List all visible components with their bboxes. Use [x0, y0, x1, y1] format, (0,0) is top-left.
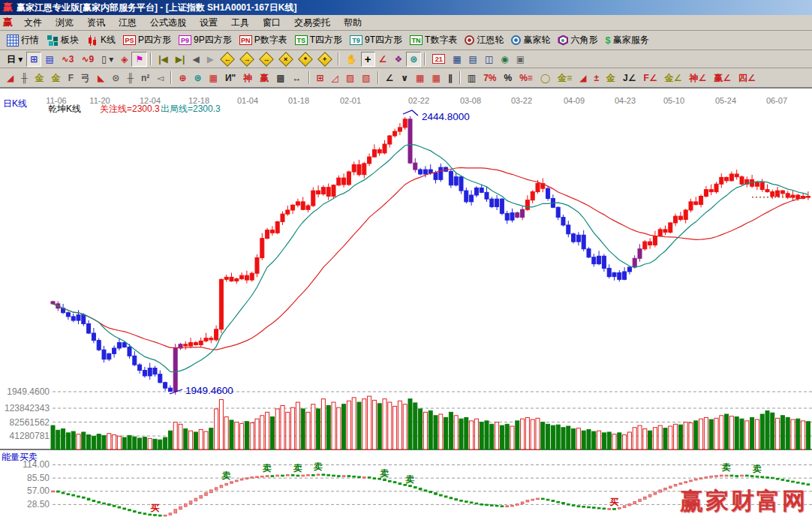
- draw-tool-box-tool[interactable]: ⊞: [313, 71, 328, 86]
- draw-tool-red-grid-1[interactable]: ▦: [412, 71, 428, 86]
- draw-tool-parallel-lines[interactable]: ∥: [444, 71, 456, 86]
- view-tool-calendar[interactable]: 21: [429, 52, 449, 67]
- menu-item-1[interactable]: 浏览: [49, 15, 80, 31]
- draw-tool-target-grid[interactable]: ▦: [206, 71, 221, 86]
- view-tool-shift-left[interactable]: ←: [218, 52, 237, 67]
- view-tool-compress-x[interactable]: ×: [276, 52, 296, 67]
- draw-tool-fib-ruler[interactable]: F: [65, 71, 77, 86]
- toolbar-button-quotes[interactable]: 行情: [3, 33, 43, 48]
- view-tool-window-layout[interactable]: ⊞: [26, 52, 41, 67]
- draw-tool-cycle-clock[interactable]: ⊙: [108, 71, 123, 86]
- view-tool-wave-9[interactable]: ∿9: [78, 52, 98, 67]
- view-tool-print[interactable]: ▣: [513, 52, 528, 67]
- view-tool-world-clock[interactable]: ◉: [497, 52, 512, 67]
- draw-tool-gold-lines[interactable]: 金≡: [554, 71, 576, 86]
- draw-tool-win-angle[interactable]: 赢∠: [710, 71, 735, 86]
- view-tool-zoom-out-x[interactable]: ↔: [257, 52, 276, 67]
- menu-item-7[interactable]: 窗口: [256, 15, 287, 31]
- view-tool-period-day-dropdown[interactable]: 日 ▾: [3, 52, 26, 67]
- view-tool-candle-style-dropdown[interactable]: ▯ ▾: [98, 52, 117, 67]
- draw-tool-updown-tool[interactable]: ±: [591, 71, 603, 86]
- view-tool-angle-measure[interactable]: ∠: [375, 52, 391, 67]
- toolbar-button-p-number-table[interactable]: PNP数字表: [236, 33, 291, 48]
- draw-tool-four-angle[interactable]: 四∠: [735, 71, 759, 86]
- toolbar-button-p-square[interactable]: PSP四方形: [119, 33, 175, 48]
- draw-tool-ink-pen[interactable]: ◢: [576, 71, 590, 86]
- draw-tool-mirror-tool[interactable]: ◅: [153, 71, 167, 86]
- view-tool-wave-3[interactable]: ∿3: [58, 52, 78, 67]
- draw-tool-trend-pen[interactable]: ◢: [3, 71, 17, 86]
- draw-tool-wave-mark[interactable]: И": [221, 71, 239, 86]
- view-tool-calculator[interactable]: ▦: [449, 52, 465, 67]
- kline-chart-canvas[interactable]: 11-0611-2012-0412-1801-0401-1802-0102-22…: [0, 89, 812, 517]
- draw-tool-win-ruler[interactable]: 赢: [256, 71, 272, 86]
- view-tool-analysis-brain[interactable]: ⊛: [406, 52, 421, 67]
- toolbar-button-winner-wheel[interactable]: 赢家轮: [507, 33, 554, 48]
- draw-tool-v-lines[interactable]: ∨: [397, 71, 412, 86]
- menu-item-9[interactable]: 帮助: [337, 15, 368, 31]
- view-tool-zoom-in-x[interactable]: +: [315, 52, 335, 67]
- page-prev-icon: ◀: [192, 54, 199, 65]
- title-bar[interactable]: 赢 赢家江恩专业版[赢家内部服务平台] - [上证指数 SH1A0001-167…: [0, 0, 812, 15]
- draw-tool-square-of-nine[interactable]: n²: [137, 71, 153, 86]
- draw-tool-gold-ruler-2[interactable]: 金: [48, 71, 65, 86]
- draw-tool-red-pen[interactable]: ◣: [94, 71, 108, 86]
- view-tool-go-last[interactable]: ▶|: [172, 52, 189, 67]
- draw-tool-angle-lines[interactable]: ∠: [382, 71, 398, 86]
- draw-tool-width-measure[interactable]: ↔: [289, 71, 305, 86]
- view-tool-go-first[interactable]: |◀: [155, 52, 172, 67]
- view-tool-crosshair[interactable]: +: [361, 52, 375, 67]
- draw-tool-percent-7[interactable]: 7%: [480, 71, 500, 86]
- toolbar-button-9p-square[interactable]: P99P四方形: [175, 33, 236, 48]
- view-tool-page-next[interactable]: ▶: [203, 52, 218, 67]
- draw-tool-fan-box[interactable]: ▨: [342, 71, 358, 86]
- menu-item-2[interactable]: 资讯: [80, 15, 112, 31]
- draw-tool-shen-ruler[interactable]: 神: [239, 71, 256, 86]
- toolbar-button-t-number-table[interactable]: TNT数字表: [406, 33, 461, 48]
- menu-item-4[interactable]: 公式选股: [143, 15, 193, 31]
- draw-tool-snowflake-grid[interactable]: ⊛: [191, 71, 206, 86]
- view-tool-info-panel[interactable]: ▤: [41, 52, 57, 67]
- draw-tool-gold-ruler-1[interactable]: 金: [32, 71, 48, 86]
- draw-tool-shen-angle[interactable]: 神∠: [685, 71, 710, 86]
- view-tool-notes[interactable]: ▤: [465, 52, 481, 67]
- view-tool-restore-view[interactable]: ＊: [296, 52, 315, 67]
- toolbar-button-kline[interactable]: K线: [83, 33, 119, 48]
- menu-item-5[interactable]: 设置: [193, 15, 224, 31]
- draw-tool-percent-lines[interactable]: %≡: [516, 71, 537, 86]
- menu-item-0[interactable]: 文件: [17, 15, 49, 31]
- toolbar-button-gann-wheel[interactable]: 江恩轮: [461, 33, 507, 48]
- draw-tool-j-angle[interactable]: J∠: [619, 71, 639, 86]
- draw-tool-fan-lines[interactable]: ◿: [328, 71, 342, 86]
- view-tool-shift-right[interactable]: →: [237, 52, 257, 67]
- draw-tool-gann-compass[interactable]: ⊕: [175, 71, 190, 86]
- draw-tool-ruler-grid-2[interactable]: ╫: [123, 71, 137, 86]
- draw-tool-gold-angle-1[interactable]: 金: [603, 71, 619, 86]
- toolbar-button-hexagon[interactable]: 六角形: [554, 33, 601, 48]
- view-tool-pan-hand[interactable]: ✋: [342, 52, 361, 67]
- menu-item-3[interactable]: 江恩: [112, 15, 143, 31]
- menu-item-8[interactable]: 交易委托: [287, 15, 337, 31]
- menu-item-6[interactable]: 工具: [224, 15, 256, 31]
- toolbar-button-9t-square[interactable]: T99T四方形: [346, 33, 406, 48]
- view-tool-flag-tool[interactable]: ⚑: [131, 52, 147, 67]
- view-tool-pattern-tool[interactable]: ◈: [117, 52, 131, 67]
- separator: [170, 71, 172, 84]
- view-tool-page-prev[interactable]: ◀: [188, 52, 203, 67]
- toolbar-button-t-square[interactable]: TST四方形: [291, 33, 346, 48]
- draw-tool-spiral-tool[interactable]: 弓: [77, 71, 94, 86]
- svg-text:11-20: 11-20: [89, 96, 110, 105]
- draw-tool-gold-circle[interactable]: ◯: [537, 71, 554, 86]
- draw-tool-scale-ruler[interactable]: ▥: [464, 71, 480, 86]
- view-tool-save[interactable]: ◫: [481, 52, 497, 67]
- draw-tool-percent[interactable]: %: [500, 71, 516, 86]
- draw-tool-ruler-grid-1[interactable]: ╫: [17, 71, 32, 86]
- toolbar-button-sectors[interactable]: 板块: [43, 33, 83, 48]
- toolbar-button-winner-service[interactable]: $赢家服务: [601, 33, 652, 48]
- draw-tool-dense-grid[interactable]: ▩: [272, 71, 288, 86]
- draw-tool-fan-box-dense[interactable]: ▧: [358, 71, 374, 86]
- draw-tool-f-angle[interactable]: F∠: [640, 71, 661, 86]
- view-tool-gann-shape[interactable]: ❖: [390, 52, 406, 67]
- draw-tool-gold-angle-2[interactable]: 金∠: [661, 71, 686, 86]
- draw-tool-red-grid-2[interactable]: ▦: [428, 71, 444, 86]
